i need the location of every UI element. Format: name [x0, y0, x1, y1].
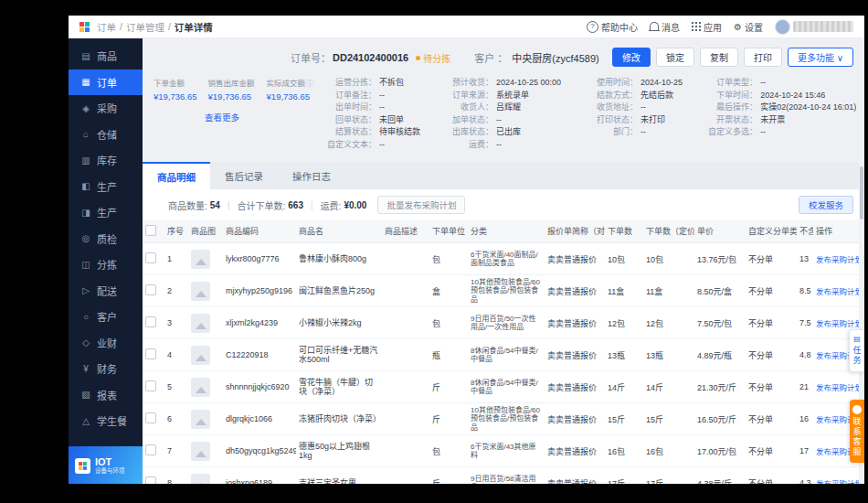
product-code: mjxyhyp250g9196: [223, 275, 296, 307]
sidebar-item[interactable]: ◈ 采购: [69, 95, 143, 122]
sidebar-item-icon: ▷: [80, 285, 91, 295]
field-value: --: [496, 139, 502, 152]
user-account[interactable]: [775, 19, 853, 35]
view-more-link[interactable]: 查看更多: [153, 111, 291, 123]
breadcrumb: 订单 / 订单管理 / 订单详情: [97, 20, 213, 34]
order-status-badge: 待分拣: [416, 51, 450, 65]
publish-purchase-plan-link[interactable]: 发布采购计划: [813, 371, 864, 403]
sidebar-item[interactable]: ○ 客户: [69, 304, 143, 330]
field-label: 使用时间：: [585, 77, 638, 90]
field-row: 结算状态： 待审核结款: [323, 126, 420, 139]
field-value: --: [640, 126, 646, 139]
order-action-button[interactable]: 复制: [700, 48, 738, 67]
field-value: --: [640, 102, 646, 114]
row-checkbox[interactable]: [145, 284, 156, 295]
avatar: [775, 19, 790, 35]
order-action-button[interactable]: 打印: [744, 48, 782, 67]
status-dot-icon: [416, 56, 420, 60]
custom-split-type: 不分单: [746, 403, 797, 435]
settings-button[interactable]: ⚙ 设置: [734, 20, 763, 34]
sidebar-item[interactable]: ◎ 质检: [69, 226, 143, 252]
row-checkbox[interactable]: [145, 252, 156, 263]
col-truncated: 不含税单价: [797, 219, 813, 243]
sidebar-item-label: 生产: [97, 205, 117, 219]
field-row: 下单时间： 2024-10-24 15:46: [706, 90, 856, 102]
sidebar-item[interactable]: ▥ 库存: [69, 147, 143, 174]
row-checkbox[interactable]: [145, 348, 156, 359]
row-checkbox[interactable]: [145, 412, 156, 423]
sidebar-item[interactable]: ◨ 生产: [69, 199, 143, 226]
select-all-checkbox[interactable]: [145, 225, 156, 236]
help-center-button[interactable]: ? 帮助中心: [587, 20, 638, 34]
scrollbar-thumb[interactable]: [860, 166, 863, 219]
sidebar-item[interactable]: ▦ 订单: [69, 70, 143, 96]
sidebar-item[interactable]: ▤ 商品: [69, 43, 143, 70]
breadcrumb-item[interactable]: 订单: [97, 20, 116, 34]
row-checkbox[interactable]: [145, 476, 156, 484]
order-action-button[interactable]: 锁定: [656, 48, 694, 67]
detail-tab[interactable]: 售后记录: [210, 162, 278, 189]
order-qty: 16包: [605, 435, 643, 467]
product-code: C12220918: [223, 339, 296, 371]
support-label: 联系客服: [852, 417, 863, 457]
sidebar-item-icon: ◈: [80, 103, 91, 113]
sidebar-item[interactable]: ▷ 配送: [69, 278, 143, 305]
publish-purchase-plan-link[interactable]: 发布采购计划: [813, 243, 864, 275]
publish-purchase-plan-link[interactable]: 发布采购计划: [813, 275, 864, 307]
sidebar-item[interactable]: ◫ 分拣: [69, 252, 143, 278]
task-float-tab[interactable]: ▤ 任务: [849, 329, 864, 372]
order-action-button[interactable]: 更多功能 ∨: [788, 48, 853, 67]
select-all-header: [143, 219, 164, 243]
field-value: 系统录单: [496, 90, 529, 102]
sidebar-item[interactable]: ¥ 财务: [69, 356, 143, 382]
field-label: 最后操作：: [706, 102, 757, 114]
row-checkbox[interactable]: [145, 316, 156, 327]
row-index: 5: [164, 371, 188, 403]
settings-label: 设置: [745, 20, 763, 34]
product-desc: [382, 403, 429, 435]
detail-tab[interactable]: 商品明细: [143, 162, 210, 189]
batch-publish-purchase-plan-button[interactable]: 批量发布采购计划: [377, 196, 465, 214]
order-action-button[interactable]: 修改: [612, 48, 651, 67]
table-row: 5 shnnnnjjqkjc6920 雪花牛腩（牛腱）切块（净菜） 斤 8休闲食…: [143, 371, 864, 403]
sidebar-item-label: 配送: [97, 284, 117, 298]
publish-purchase-plan-link[interactable]: 发布采购计划: [813, 467, 864, 485]
sidebar-item-label: 客户: [97, 309, 117, 324]
sidebar-item[interactable]: ◇ 业财: [69, 330, 143, 357]
unit-price: 13.76元/包: [694, 243, 746, 275]
sidebar-item[interactable]: △ 学生餐: [69, 408, 143, 434]
col-index: 序号: [164, 219, 188, 243]
row-index: 8: [164, 467, 188, 485]
order-qty-pricing-unit: 10包: [643, 243, 694, 275]
detail-tab[interactable]: 操作日志: [278, 162, 345, 189]
product-name: 小辣椒小米辣2kg: [296, 307, 382, 339]
field-label: 自定义文本：: [323, 139, 376, 152]
service-button[interactable]: 校发服务: [799, 196, 853, 214]
support-icon: [852, 405, 862, 414]
truncated-price: 4.3: [797, 467, 813, 485]
field-label: 自定义多选：: [706, 126, 757, 139]
field-value: 2024-10-25: [640, 77, 683, 90]
contact-support-float-tab[interactable]: 联系客服: [850, 400, 864, 463]
breadcrumb-item[interactable]: 订单管理: [126, 20, 164, 34]
field-value: 不拆包: [379, 77, 404, 90]
product-category: 6干货米面/43其他原料: [468, 435, 545, 467]
row-checkbox[interactable]: [145, 444, 156, 455]
unit-price: 17.00元/包: [694, 435, 746, 467]
apps-button[interactable]: 应用: [692, 20, 722, 34]
order-qty-pricing-unit: 17斤: [643, 467, 694, 485]
task-label: 任务: [852, 346, 863, 366]
detail-tabs: 商品明细 售后记录 操作日志: [143, 162, 864, 189]
sidebar-item[interactable]: ⌂ 仓储: [69, 122, 143, 148]
col-product-desc: 商品描述: [382, 219, 429, 243]
sidebar: ▤ 商品 ▦ 订单 ◈ 采购 ⌂ 仓储: [69, 38, 143, 484]
messages-button[interactable]: 消息: [650, 20, 680, 34]
row-checkbox[interactable]: [145, 380, 156, 391]
field-row: 收货人： 吕辉耀: [440, 102, 561, 114]
product-code: dh50gyqcg1kg5249: [223, 435, 296, 467]
sidebar-item[interactable]: ◧ 生产: [69, 174, 143, 200]
table-row: 2 mjxyhyp250g9196 闽江鲜鱼黑鱼片250g 盒 10其他预包装食…: [143, 275, 864, 307]
product-image-placeholder-icon: [191, 250, 210, 269]
sidebar-item[interactable]: ▧ 报表: [69, 382, 143, 409]
field-row: 订单类型： --: [706, 77, 856, 90]
